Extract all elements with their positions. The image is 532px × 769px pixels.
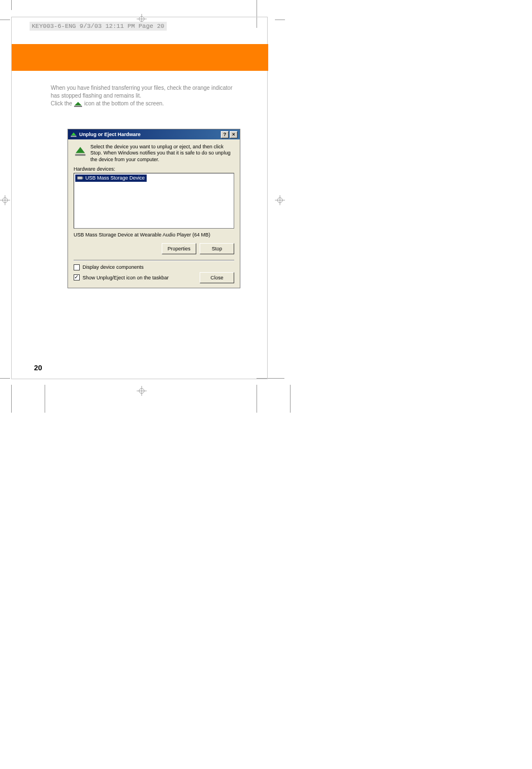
help-button[interactable]: ? bbox=[221, 131, 229, 138]
paragraph-1: When you have finished transferring your… bbox=[51, 85, 233, 99]
device-list[interactable]: USB Mass Storage Device bbox=[74, 173, 234, 229]
svg-rect-12 bbox=[74, 106, 82, 107]
page-number: 20 bbox=[34, 364, 42, 372]
divider bbox=[74, 260, 234, 261]
registration-mark bbox=[0, 195, 10, 205]
page-container: KEY003-6-ENG 9/3/03 12:11 PM Page 20 Whe… bbox=[11, 17, 268, 379]
eject-info-icon bbox=[74, 144, 87, 157]
info-text: Select the device you want to unplug or … bbox=[90, 144, 234, 163]
svg-rect-16 bbox=[82, 177, 83, 178]
registration-mark bbox=[137, 386, 147, 396]
svg-rect-13 bbox=[71, 136, 76, 137]
hardware-devices-label: Hardware devices: bbox=[74, 166, 234, 172]
instruction-text: When you have finished transferring your… bbox=[51, 84, 235, 108]
stop-button[interactable]: Stop bbox=[200, 243, 234, 254]
titlebar: Unplug or Eject Hardware ? × bbox=[68, 129, 240, 139]
dialog-body: Select the device you want to unplug or … bbox=[68, 139, 240, 288]
svg-rect-14 bbox=[75, 154, 85, 156]
titlebar-eject-icon bbox=[70, 131, 77, 138]
unplug-eject-dialog: Unplug or Eject Hardware ? × Select the … bbox=[67, 129, 240, 288]
display-components-label: Display device components bbox=[83, 264, 144, 270]
show-taskbar-icon-label: Show Unplug/Eject icon on the taskbar bbox=[83, 275, 169, 280]
svg-rect-15 bbox=[78, 176, 83, 179]
properties-button[interactable]: Properties bbox=[162, 243, 196, 254]
close-dialog-button[interactable]: Close bbox=[200, 272, 234, 283]
usb-device-icon bbox=[77, 175, 84, 181]
icon-tail-text: icon at the bottom of the screen. bbox=[84, 100, 164, 107]
orange-header-block bbox=[12, 44, 268, 71]
device-item-label: USB Mass Storage Device bbox=[85, 175, 145, 181]
header-label: KEY003-6-ENG 9/3/03 12:11 PM Page 20 bbox=[30, 22, 167, 31]
click-the-text: Click the bbox=[51, 100, 72, 107]
display-components-checkbox[interactable] bbox=[74, 264, 80, 270]
device-item-usb[interactable]: USB Mass Storage Device bbox=[75, 175, 147, 182]
close-button[interactable]: × bbox=[230, 131, 238, 138]
eject-tray-icon bbox=[74, 100, 83, 107]
registration-mark bbox=[275, 195, 285, 205]
show-taskbar-icon-checkbox[interactable] bbox=[74, 274, 80, 280]
device-description: USB Mass Storage Device at Wearable Audi… bbox=[74, 232, 234, 238]
dialog-wrapper: Unplug or Eject Hardware ? × Select the … bbox=[67, 129, 240, 288]
titlebar-text: Unplug or Eject Hardware bbox=[79, 132, 220, 137]
